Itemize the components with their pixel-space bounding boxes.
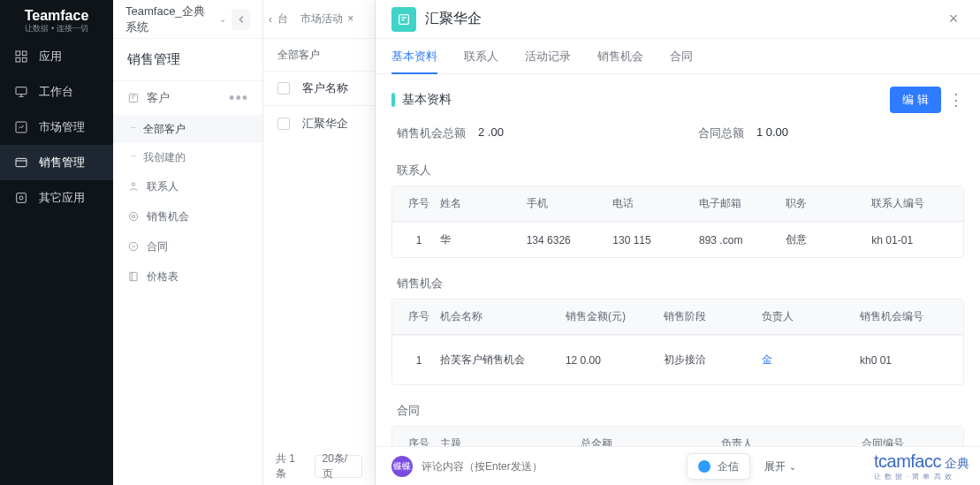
chevron-down-icon[interactable]: ⌄	[219, 14, 226, 24]
target-icon	[127, 210, 140, 223]
filter-label[interactable]: 全部客户	[277, 48, 320, 63]
td: 华	[437, 232, 523, 247]
brand-cn: 企典	[945, 456, 969, 470]
subhead-opps: 销售机会	[391, 263, 964, 299]
crumb-back-icon[interactable]: ‹	[269, 13, 272, 26]
svg-rect-1	[22, 51, 27, 56]
th: 职务	[782, 196, 869, 211]
more-icon[interactable]: •••	[229, 89, 248, 108]
td: kh 01-01	[868, 234, 954, 246]
collapse-button[interactable]	[232, 9, 250, 30]
group-customer-label: 客户	[147, 90, 170, 106]
perpage-select[interactable]: 20条/页	[315, 455, 363, 478]
tab-opportunity[interactable]: 销售机会	[597, 39, 643, 73]
nav-app[interactable]: 应用	[0, 39, 113, 74]
cell-name: 汇聚华企	[302, 116, 348, 132]
menu-contract[interactable]: 合同	[113, 231, 262, 261]
label-contract-total: 合同总额	[698, 125, 744, 141]
th: 机会名称	[437, 309, 562, 324]
th: 序号	[401, 436, 437, 446]
brand: Teamface 让数据 • 连接一切	[0, 0, 113, 39]
edit-button[interactable]: 编 辑	[890, 87, 941, 113]
td: 134 6326	[523, 234, 610, 246]
td: 创意	[782, 232, 869, 247]
org-name[interactable]: Teamface_企典系统	[125, 4, 214, 35]
menu-pricelist-label: 价格表	[147, 269, 179, 284]
nav-app-label: 应用	[39, 49, 62, 64]
sub-all-customers[interactable]: 全部客户	[113, 115, 262, 143]
svg-rect-4	[16, 87, 27, 95]
drawer-title: 汇聚华企	[425, 10, 482, 28]
folder-icon	[14, 155, 28, 170]
th: 序号	[401, 196, 437, 211]
tab-basic[interactable]: 基本资料	[391, 39, 437, 73]
user-avatar: 蝶蝶	[391, 456, 413, 477]
tab-contacts[interactable]: 联系人	[464, 39, 498, 73]
value-opp-total: 2 .00	[478, 125, 504, 141]
footer-branding: tcamfacc企典 让 数 据 · 简 单 高 效	[874, 451, 969, 481]
close-icon[interactable]: ×	[347, 12, 353, 25]
th: 合同编号	[858, 436, 954, 446]
opps-table: 序号 机会名称 销售金额(元) 销售阶段 负责人 销售机会编号 1 拾芙客户销售…	[391, 299, 964, 385]
svg-point-11	[129, 212, 137, 220]
th: 联系人编号	[868, 196, 954, 211]
nav-other-label: 其它应用	[39, 190, 85, 206]
td: 1	[401, 354, 437, 367]
tab-contract[interactable]: 合同	[670, 39, 693, 73]
crumb-pill[interactable]: 市场活动 ×	[293, 9, 361, 29]
table-row[interactable]: 汇聚华企	[263, 106, 375, 141]
chat-icon	[698, 460, 710, 473]
menu-contacts-label: 联系人	[147, 179, 179, 194]
qixin-popup[interactable]: 企信	[687, 453, 750, 480]
accent-bar	[391, 93, 395, 107]
label-opp-total: 销售机会总额	[397, 125, 466, 141]
detail-drawer: 汇聚华企 × 基本资料 联系人 活动记录 销售机会 合同 基本资料 编 辑 ⋮ …	[376, 0, 980, 485]
nav-sales[interactable]: 销售管理	[0, 145, 113, 180]
contact-icon	[127, 180, 140, 193]
tab-activity[interactable]: 活动记录	[525, 39, 571, 73]
perpage-label: 20条/页	[323, 451, 355, 481]
svg-point-12	[132, 215, 135, 218]
crumb-home[interactable]: 台	[277, 11, 288, 27]
th: 序号	[401, 309, 437, 324]
checkbox-row[interactable]	[277, 117, 290, 130]
nav-sales-label: 销售管理	[39, 155, 85, 171]
svg-rect-14	[130, 272, 137, 280]
close-button[interactable]: ×	[943, 9, 964, 30]
th: 销售机会编号	[856, 309, 954, 324]
brand-sub: 让 数 据 · 简 单 高 效	[874, 472, 969, 481]
th: 主题	[437, 436, 577, 446]
customer-icon	[127, 92, 140, 104]
total-count: 共 1 条	[276, 451, 306, 481]
table-row[interactable]: 1 华 134 6326 130 115 893 .com 创意 kh 01-0…	[392, 222, 963, 257]
group-customer[interactable]: 客户 •••	[113, 81, 262, 115]
menu-contacts[interactable]: 联系人	[113, 171, 262, 201]
table-row[interactable]: 1 拾芙客户销售机会 12 0.00 初步接洽 金 kh0 01	[392, 335, 963, 384]
svg-point-8	[19, 196, 23, 200]
contacts-table: 序号 姓名 手机 电话 电子邮箱 职务 联系人编号 1 华 134 6326 1…	[391, 186, 964, 258]
kebab-icon[interactable]: ⋮	[948, 90, 964, 110]
td: 12 0.00	[562, 354, 660, 367]
svg-point-10	[132, 183, 135, 186]
th: 销售阶段	[660, 309, 758, 324]
module-title: 销售管理	[113, 39, 262, 81]
expand-label: 展开	[764, 459, 786, 474]
expand-button[interactable]: 展开 ⌄	[757, 453, 803, 480]
section-basic-label: 基本资料	[402, 92, 452, 108]
sub-my-customers[interactable]: 我创建的	[113, 143, 262, 171]
nav-workbench[interactable]: 工作台	[0, 74, 113, 110]
td: 893 .com	[695, 234, 782, 246]
th: 姓名	[437, 196, 523, 211]
nav-workbench-label: 工作台	[39, 84, 73, 100]
nav-other[interactable]: 其它应用	[0, 180, 113, 216]
td: 130 115	[609, 234, 695, 246]
menu-pricelist[interactable]: 价格表	[113, 261, 262, 292]
doc-icon	[127, 240, 140, 253]
menu-opportunity[interactable]: 销售机会	[113, 201, 262, 231]
td-link[interactable]: 金	[758, 352, 856, 368]
checkbox-all[interactable]	[277, 82, 290, 95]
nav-market[interactable]: 市场管理	[0, 110, 113, 145]
grid-icon	[14, 49, 28, 64]
brand-subtitle: 让数据 • 连接一切	[25, 23, 87, 34]
subhead-contacts: 联系人	[391, 150, 964, 186]
